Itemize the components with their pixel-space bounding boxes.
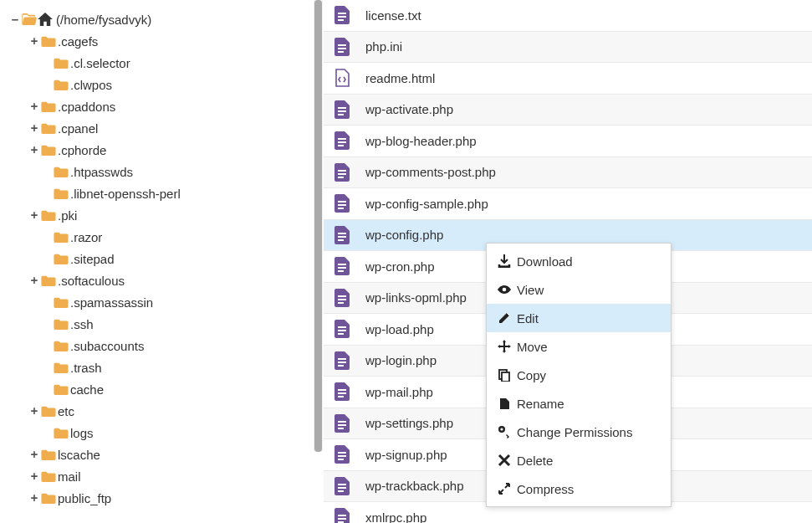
expand-icon[interactable]: + [28,404,41,418]
tree-root-row[interactable]: − (/home/fysadvyk) [0,8,314,30]
folder-icon [54,296,69,308]
tree-item[interactable]: +mail [0,465,314,487]
expand-icon[interactable]: + [28,491,41,505]
menu-item-copy[interactable]: Copy [487,361,671,389]
tree-item[interactable]: +.trash [0,356,314,378]
file-row[interactable]: wp-activate.php [324,95,812,126]
menu-item-move[interactable]: Move [487,332,671,361]
expand-icon[interactable]: + [28,469,41,483]
file-row[interactable]: php.ini [324,32,812,64]
tree-item[interactable]: +.razor [0,226,314,248]
file-name-label: license.txt [365,8,421,23]
folder-open-icon [22,13,37,25]
expand-icon[interactable]: + [28,121,41,135]
document-file-icon [334,131,350,151]
delete-icon [497,453,512,468]
tree-item[interactable]: +.spamassassin [0,291,314,313]
expand-icon[interactable]: + [28,208,41,222]
folder-icon [41,274,56,286]
document-file-icon [334,444,350,464]
folder-icon [41,492,56,504]
expand-icon[interactable]: + [28,274,41,287]
menu-item-label: Rename [517,397,564,411]
tree-item[interactable]: +.libnet-openssh-perl [0,182,314,204]
collapse-icon[interactable]: − [8,13,22,26]
scrollbar-thumb[interactable] [314,0,322,452]
tree-item-label: .htpasswds [70,165,133,179]
menu-item-edit[interactable]: Edit [487,304,671,332]
menu-item-delete[interactable]: Delete [487,446,671,474]
home-icon [38,13,53,26]
document-file-icon [334,382,350,402]
tree-item-label: .sitepad [70,252,115,266]
tree-item[interactable]: +lscache [0,444,314,465]
expand-icon[interactable]: + [28,143,41,156]
folder-icon [54,166,69,177]
tree-item-label: mail [58,469,81,484]
menu-item-perms[interactable]: Change Permissions [487,418,671,446]
menu-item-label: View [517,283,544,297]
folder-icon [41,209,56,221]
move-icon [497,339,512,354]
tree-item[interactable]: +etc [0,400,314,422]
expand-icon[interactable]: + [28,100,41,113]
folder-icon [54,253,69,264]
tree-item[interactable]: +.sitepad [0,248,314,269]
tree-item[interactable]: +.htpasswds [0,161,314,182]
tree-item[interactable]: +.subaccounts [0,335,314,356]
file-row[interactable]: wp-config-sample.php [324,188,812,220]
download-icon [497,254,512,269]
tree-item-label: .pki [58,208,77,223]
document-file-icon [334,225,350,245]
tree-item[interactable]: +cache [0,378,314,400]
file-row[interactable]: readme.html [324,63,812,95]
expand-icon[interactable]: + [28,448,41,461]
tree-item-label: etc [58,404,74,418]
file-row[interactable]: wp-blog-header.php [324,126,812,157]
edit-icon [497,310,512,326]
tree-item[interactable]: +.cpanel [0,117,314,139]
menu-item-compress[interactable]: Compress [487,474,671,503]
context-menu: DownloadViewEditMoveCopyRenameChange Per… [486,243,672,507]
file-name-label: wp-activate.php [365,102,453,116]
file-row[interactable]: license.txt [324,0,812,32]
expand-icon[interactable]: + [28,34,41,48]
tree-item[interactable]: +public_ftp [0,487,314,509]
menu-item-label: Delete [517,454,553,468]
tree-item[interactable]: +.cagefs [0,30,314,52]
tree-item[interactable]: +.softaculous [0,269,314,291]
tree-item[interactable]: +.cphorde [0,139,314,161]
menu-item-download[interactable]: Download [487,247,671,275]
tree-item-label: .trash [70,361,102,375]
document-file-icon [334,162,350,182]
file-name-label: wp-signup.php [365,448,447,462]
tree-item-label: .razor [70,230,102,244]
document-file-icon [334,507,350,523]
file-name-label: php.ini [365,39,402,54]
tree-root-label: (/home/fysadvyk) [56,13,151,27]
file-name-label: wp-settings.php [365,416,453,430]
folder-icon [54,383,69,395]
tree-item[interactable]: +logs [0,422,314,444]
vertical-scrollbar[interactable] [314,0,323,452]
file-row[interactable]: wp-comments-post.php [324,157,812,189]
tree-item-label: public_ftp [58,491,111,505]
perms-icon [497,424,512,439]
folder-icon [41,122,56,134]
folder-icon [54,79,69,90]
code-file-icon [334,68,350,88]
menu-item-rename[interactable]: Rename [487,389,671,418]
tree-item[interactable]: +.ssh [0,313,314,335]
folder-icon [41,405,56,417]
tree-item[interactable]: +.clwpos [0,74,314,95]
document-file-icon [334,5,350,25]
document-file-icon [334,100,350,120]
file-name-label: readme.html [365,71,435,85]
menu-item-label: Copy [517,368,546,382]
tree-item[interactable]: +.pki [0,204,314,226]
file-name-label: wp-login.php [365,353,437,367]
menu-item-view[interactable]: View [487,275,671,304]
tree-item[interactable]: +.cpaddons [0,95,314,117]
tree-item-label: .cphorde [58,143,106,157]
tree-item[interactable]: +.cl.selector [0,52,314,74]
